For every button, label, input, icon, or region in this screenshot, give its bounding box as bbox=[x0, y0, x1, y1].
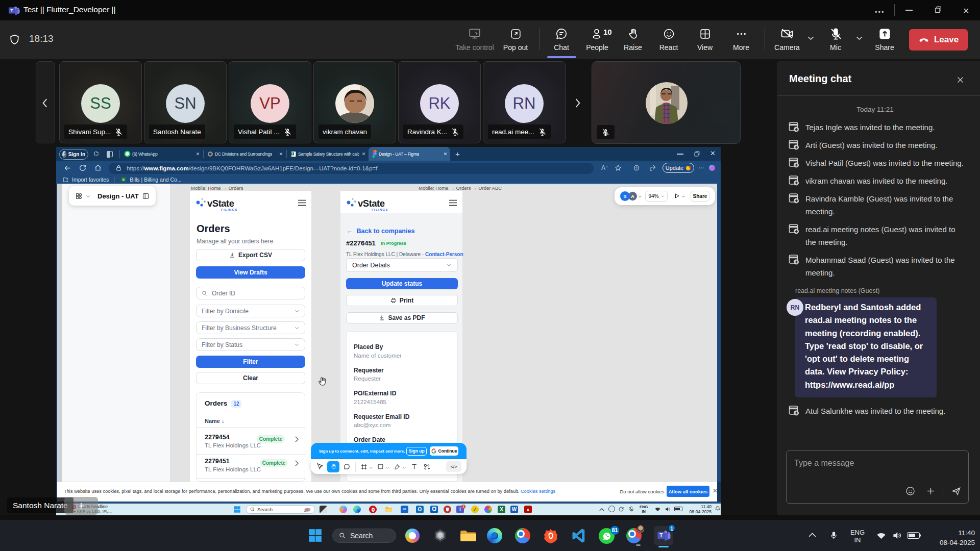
svg-text:T: T bbox=[659, 533, 663, 538]
svg-text:T: T bbox=[10, 8, 13, 13]
svg-text:X: X bbox=[292, 153, 293, 155]
svg-text:B: B bbox=[122, 178, 125, 181]
svg-text:FILINGS: FILINGS bbox=[372, 208, 388, 211]
svg-text:FILINGS: FILINGS bbox=[221, 208, 238, 211]
